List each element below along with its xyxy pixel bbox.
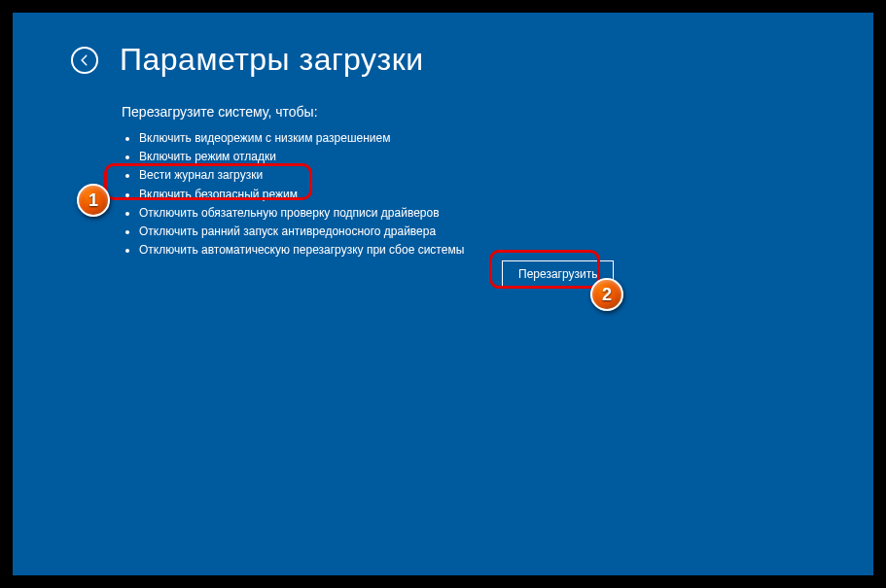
- list-item: Включить безопасный режим: [139, 186, 464, 204]
- startup-options-list: Включить видеорежим с низким разрешением…: [139, 129, 464, 259]
- list-item: Вести журнал загрузки: [139, 166, 464, 185]
- startup-settings-screen: Параметры загрузки Перезагрузите систему…: [13, 13, 873, 575]
- annotation-badge-1: 1: [77, 184, 110, 217]
- list-item: Включить видеорежим с низким разрешением: [139, 129, 464, 148]
- page-title: Параметры загрузки: [120, 42, 424, 78]
- list-item: Отключить автоматическую перезагрузку пр…: [139, 241, 464, 259]
- window-frame: Параметры загрузки Перезагрузите систему…: [0, 0, 886, 588]
- header: Параметры загрузки: [71, 42, 424, 78]
- back-button[interactable]: [71, 47, 98, 74]
- list-item: Включить режим отладки: [139, 148, 464, 166]
- arrow-left-icon: [78, 53, 91, 67]
- list-item: Отключить обязательную проверку подписи …: [139, 204, 464, 223]
- list-item: Отключить ранний запуск антивредоносного…: [139, 223, 464, 241]
- restart-button[interactable]: Перезагрузить: [502, 260, 614, 288]
- subtitle: Перезагрузите систему, чтобы:: [122, 104, 318, 120]
